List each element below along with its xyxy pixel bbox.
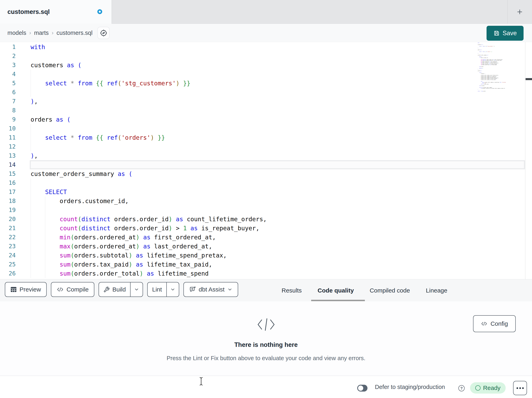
more-options-button[interactable] [513, 381, 527, 395]
code-line: 1with [0, 42, 532, 52]
breadcrumb-item-marts[interactable]: marts [34, 30, 49, 36]
code-line: 23 max(orders.ordered_at) as last_ordere… [0, 242, 532, 251]
help-icon[interactable]: ? [458, 385, 465, 391]
build-button-label: Build [112, 286, 126, 293]
code-line: 21 count(distinct orders.order_id) > 1 a… [0, 224, 532, 233]
lint-dropdown-button[interactable] [167, 282, 179, 297]
indent-guide [31, 70, 31, 79]
panel-tab-code-quality[interactable]: Code quality [318, 287, 354, 294]
code-line: 17 SELECT [0, 187, 532, 196]
line-number: 6 [0, 88, 16, 97]
line-number: 9 [0, 115, 16, 124]
results-panel: There is nothing here Press the Lint or … [0, 301, 532, 376]
dot-icon [519, 387, 521, 389]
code-line: 11 select * from {{ ref('orders') }} [0, 133, 532, 142]
tab-bar: customers.sql [0, 0, 532, 24]
plus-icon [516, 8, 523, 15]
dbt-ide-window: customers.sql models › marts › customers… [0, 0, 532, 398]
toggle-knob [358, 385, 363, 391]
code-line: 15customer_orders_summary as ( [0, 169, 532, 178]
file-tab-title: customers.sql [7, 8, 50, 15]
line-number: 8 [0, 106, 16, 115]
file-header-row: models › marts › customers.sql Save [0, 24, 532, 42]
line-number: 5 [0, 79, 16, 88]
compass-icon [100, 29, 108, 37]
code-line: 14 [0, 160, 532, 169]
new-tab-button[interactable] [507, 0, 532, 24]
code-empty-icon [257, 318, 275, 332]
empty-state-title: There is nothing here [234, 341, 298, 348]
breadcrumb-item-models[interactable]: models [7, 30, 26, 36]
active-line-highlight [30, 160, 525, 169]
breadcrumb-item-file: customers.sql [57, 30, 93, 36]
code-icon [481, 321, 487, 326]
code-line: 3customers as ( [0, 61, 532, 70]
scrollbar-thumb[interactable] [526, 78, 532, 80]
line-number: 2 [0, 52, 16, 61]
panel-tab-lineage[interactable]: Lineage [426, 287, 447, 294]
line-number: 7 [0, 97, 16, 106]
line-number: 1 [0, 42, 16, 52]
code-line: 19 [0, 206, 532, 215]
panel-tab-results[interactable]: Results [282, 287, 302, 294]
line-number: 10 [0, 124, 16, 133]
code-icon [57, 287, 64, 292]
code-line: 6 [0, 88, 532, 97]
code-line: 20 count(distinct orders.order_id) as co… [0, 215, 532, 224]
locate-in-file-tree-button[interactable] [97, 27, 110, 39]
code-line: 18 orders.customer_id, [0, 196, 532, 206]
indent-guide [45, 206, 45, 215]
toolbar-buttons: Preview Compile Build [5, 282, 238, 297]
minimap-content: withcustomers as ( select * from {{ ref(… [478, 42, 524, 91]
breadcrumb: models › marts › customers.sql [7, 24, 93, 42]
defer-toggle[interactable] [357, 385, 367, 391]
code-line: 26 sum(orders.order_total) as lifetime_s… [0, 269, 532, 278]
indent-guide [31, 206, 31, 215]
save-floppy-icon [493, 30, 500, 36]
panel-tab-compiled-code[interactable]: Compiled code [370, 287, 410, 294]
compile-button-label: Compile [67, 286, 89, 293]
compile-button[interactable]: Compile [51, 282, 94, 297]
minimap[interactable]: withcustomers as ( select * from {{ ref(… [478, 42, 524, 93]
line-number: 15 [0, 169, 16, 178]
code-editor[interactable]: 1with23customers as (45 select * from {{… [0, 42, 532, 279]
save-button[interactable]: Save [487, 26, 524, 41]
unsaved-changes-dot-icon [97, 9, 102, 14]
assist-chat-icon [189, 286, 196, 293]
code-line: 4 [0, 70, 532, 79]
status-badge-label: Ready [483, 385, 501, 391]
code-line: 7), [0, 97, 532, 106]
table-icon [10, 287, 17, 292]
line-number: 13 [0, 151, 16, 160]
empty-state: There is nothing here Press the Lint or … [0, 301, 532, 376]
code-line: 8 [0, 106, 532, 115]
code-line: 9orders as ( [0, 115, 532, 124]
indent-guide [31, 178, 31, 187]
config-button[interactable]: Config [473, 315, 516, 332]
dbt-assist-button[interactable]: dbt Assist [184, 282, 238, 297]
code-line: 24 sum(orders.subtotal) as lifetime_spen… [0, 251, 532, 260]
line-number: 12 [0, 142, 16, 151]
file-tab-customers-sql[interactable]: customers.sql [0, 0, 112, 24]
line-number: 17 [0, 187, 16, 196]
ibeam-cursor-pointer [199, 377, 203, 386]
build-button[interactable]: Build [99, 282, 130, 297]
line-number: 4 [0, 70, 16, 79]
lint-button[interactable]: Lint [148, 282, 166, 297]
line-number: 19 [0, 206, 16, 215]
status-bar: Defer to staging/production ? Ready [0, 376, 532, 398]
build-dropdown-button[interactable] [131, 282, 143, 297]
save-button-label: Save [503, 30, 517, 37]
line-number: 21 [0, 224, 16, 233]
active-tab-underline [311, 300, 365, 301]
code-line: 16 [0, 178, 532, 187]
line-number: 26 [0, 269, 16, 278]
indent-guide [31, 124, 31, 133]
code-line: 5 select * from {{ ref('stg_customers') … [0, 79, 532, 88]
line-number: 3 [0, 61, 16, 70]
preview-button[interactable]: Preview [5, 282, 47, 297]
panel-tabs: ResultsCode qualityCompiled codeLineage [282, 280, 447, 302]
build-button-group: Build [99, 282, 143, 297]
line-number: 20 [0, 215, 16, 224]
line-number: 16 [0, 178, 16, 187]
